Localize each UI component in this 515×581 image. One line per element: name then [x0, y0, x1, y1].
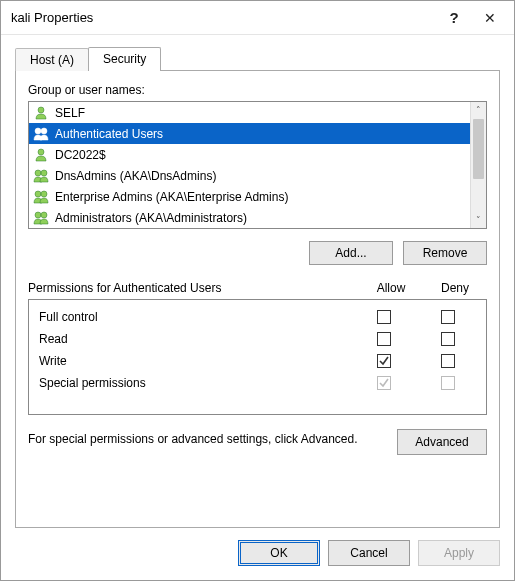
add-button[interactable]: Add...: [309, 241, 393, 265]
advanced-row: For special permissions or advanced sett…: [28, 429, 487, 455]
svg-point-6: [35, 191, 41, 197]
ok-button[interactable]: OK: [238, 540, 320, 566]
deny-checkbox[interactable]: [441, 332, 455, 346]
principal-name: DC2022$: [55, 148, 106, 162]
principal-name: Authenticated Users: [55, 127, 163, 141]
deny-checkbox[interactable]: [441, 354, 455, 368]
dialog-footer: OK Cancel Apply: [1, 528, 514, 580]
principal-name: Enterprise Admins (AKA\Enterprise Admins…: [55, 190, 288, 204]
allow-checkbox[interactable]: [377, 310, 391, 324]
list-item[interactable]: SELF: [29, 102, 470, 123]
permission-name: Read: [39, 332, 352, 346]
scroll-down-icon[interactable]: ˅: [471, 212, 486, 228]
permission-row: Special permissions: [39, 372, 480, 394]
security-panel: Group or user names: SELFAuthenticated U…: [15, 70, 500, 528]
titlebar: kali Properties ? ✕: [1, 1, 514, 35]
permission-name: Special permissions: [39, 376, 352, 390]
principals-container: SELFAuthenticated UsersDC2022$DnsAdmins …: [29, 102, 470, 228]
tab-security[interactable]: Security: [88, 47, 161, 71]
allow-column-header: Allow: [359, 281, 423, 295]
allow-checkbox: [377, 376, 391, 390]
advanced-button[interactable]: Advanced: [397, 429, 487, 455]
deny-checkbox[interactable]: [441, 310, 455, 324]
permissions-header: Permissions for Authenticated Users Allo…: [28, 281, 487, 295]
list-item[interactable]: Authenticated Users: [29, 123, 470, 144]
scroll-thumb[interactable]: [473, 119, 484, 179]
scroll-up-icon[interactable]: ˄: [471, 102, 486, 118]
tab-host-label: Host (A): [30, 53, 74, 67]
svg-point-8: [35, 212, 41, 218]
svg-point-4: [35, 170, 41, 176]
help-button[interactable]: ?: [436, 4, 472, 32]
svg-point-1: [35, 128, 41, 134]
svg-point-5: [41, 170, 47, 176]
svg-point-9: [41, 212, 47, 218]
permission-row: Read: [39, 328, 480, 350]
tab-strip: Host (A) Security: [15, 45, 500, 70]
svg-point-0: [38, 107, 44, 113]
list-item[interactable]: DnsAdmins (AKA\DnsAdmins): [29, 165, 470, 186]
permissions-list: Full controlReadWriteSpecial permissions: [28, 299, 487, 415]
allow-checkbox[interactable]: [377, 332, 391, 346]
remove-button[interactable]: Remove: [403, 241, 487, 265]
dialog-body: Host (A) Security Group or user names: S…: [1, 35, 514, 528]
principal-name: Administrators (AKA\Administrators): [55, 211, 247, 225]
cancel-button[interactable]: Cancel: [328, 540, 410, 566]
permissions-for-label: Permissions for Authenticated Users: [28, 281, 359, 295]
principals-listbox[interactable]: SELFAuthenticated UsersDC2022$DnsAdmins …: [28, 101, 487, 229]
allow-checkbox[interactable]: [377, 354, 391, 368]
advanced-hint-text: For special permissions or advanced sett…: [28, 429, 387, 447]
list-item[interactable]: DC2022$: [29, 144, 470, 165]
permission-row: Full control: [39, 306, 480, 328]
svg-point-3: [38, 149, 44, 155]
permission-name: Full control: [39, 310, 352, 324]
permission-name: Write: [39, 354, 352, 368]
svg-point-2: [41, 128, 47, 134]
svg-point-7: [41, 191, 47, 197]
list-item[interactable]: Enterprise Admins (AKA\Enterprise Admins…: [29, 186, 470, 207]
tab-security-label: Security: [103, 52, 146, 66]
group-user-label: Group or user names:: [28, 83, 487, 97]
window-title: kali Properties: [11, 10, 436, 25]
apply-button[interactable]: Apply: [418, 540, 500, 566]
permission-row: Write: [39, 350, 480, 372]
scrollbar[interactable]: ˄ ˅: [470, 102, 486, 228]
deny-checkbox: [441, 376, 455, 390]
principal-name: SELF: [55, 106, 85, 120]
close-button[interactable]: ✕: [472, 4, 508, 32]
properties-dialog: kali Properties ? ✕ Host (A) Security Gr…: [0, 0, 515, 581]
deny-column-header: Deny: [423, 281, 487, 295]
principal-buttons: Add... Remove: [28, 241, 487, 265]
principal-name: DnsAdmins (AKA\DnsAdmins): [55, 169, 216, 183]
tab-host[interactable]: Host (A): [15, 48, 89, 71]
list-item[interactable]: Administrators (AKA\Administrators): [29, 207, 470, 228]
